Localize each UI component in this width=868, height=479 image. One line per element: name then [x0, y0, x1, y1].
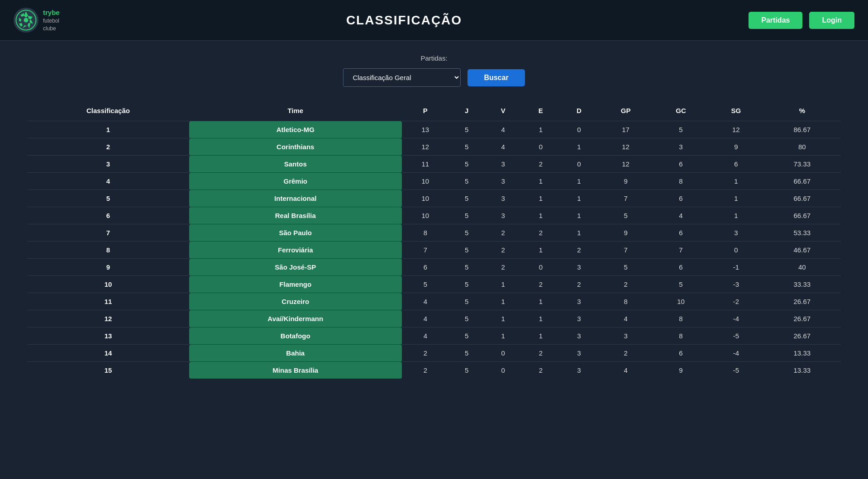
- stat-cell: 33.33: [763, 276, 841, 293]
- stat-cell: 6: [27, 207, 189, 224]
- login-button[interactable]: Login: [809, 12, 854, 29]
- stat-cell: 4: [27, 173, 189, 190]
- table-row: 3Santos115320126673.33: [27, 156, 841, 173]
- stat-cell: 10: [402, 207, 449, 224]
- stat-cell: 2: [522, 156, 559, 173]
- stat-cell: 26.67: [763, 327, 841, 345]
- stat-cell: 4: [484, 138, 522, 156]
- team-name-cell: Real Brasília: [189, 207, 402, 224]
- table-row: 6Real Brasília10531154166.67: [27, 207, 841, 224]
- stat-cell: 1: [559, 138, 598, 156]
- table-container: Classificação Time P J V E D GP GC SG % …: [0, 96, 868, 397]
- stat-cell: 1: [522, 121, 559, 138]
- stat-cell: 8: [27, 242, 189, 259]
- col-gp: GP: [598, 100, 653, 121]
- stat-cell: 2: [484, 224, 522, 242]
- buscar-button[interactable]: Buscar: [467, 69, 525, 86]
- stat-cell: 3: [559, 345, 598, 362]
- stat-cell: 10: [402, 190, 449, 207]
- col-p: P: [402, 100, 449, 121]
- stat-cell: 5: [449, 121, 484, 138]
- stat-cell: 4: [402, 310, 449, 327]
- stat-cell: 5: [27, 190, 189, 207]
- stat-cell: 6: [653, 190, 709, 207]
- stat-cell: 3: [559, 293, 598, 310]
- stat-cell: 1: [522, 242, 559, 259]
- col-d: D: [559, 100, 598, 121]
- team-name-cell: Grêmio: [189, 173, 402, 190]
- stat-cell: 3: [484, 207, 522, 224]
- stat-cell: 5: [598, 207, 653, 224]
- stat-cell: 7: [598, 242, 653, 259]
- stat-cell: 6: [653, 345, 709, 362]
- stat-cell: 12: [598, 138, 653, 156]
- stat-cell: 7: [598, 190, 653, 207]
- stat-cell: 7: [27, 224, 189, 242]
- stat-cell: 2: [484, 259, 522, 276]
- stat-cell: 5: [449, 156, 484, 173]
- filter-label: Partidas:: [420, 54, 447, 62]
- stat-cell: 3: [484, 190, 522, 207]
- stat-cell: 12: [402, 138, 449, 156]
- logo-icon: [14, 8, 38, 33]
- stat-cell: 1: [709, 190, 763, 207]
- stat-cell: 13: [27, 327, 189, 345]
- stat-cell: 2: [484, 242, 522, 259]
- stat-cell: 3: [559, 362, 598, 379]
- page-title: CLASSIFICAÇÃO: [346, 13, 462, 28]
- table-row: 15Minas Brasília2502349-513.33: [27, 362, 841, 379]
- stat-cell: 10: [27, 276, 189, 293]
- stat-cell: 6: [653, 259, 709, 276]
- stat-cell: 13.33: [763, 362, 841, 379]
- stat-cell: 14: [27, 345, 189, 362]
- stat-cell: -5: [709, 327, 763, 345]
- stat-cell: 46.67: [763, 242, 841, 259]
- stat-cell: 3: [484, 156, 522, 173]
- stat-cell: 0: [522, 259, 559, 276]
- stat-cell: 26.67: [763, 293, 841, 310]
- stat-cell: 5: [449, 138, 484, 156]
- stat-cell: 6: [402, 259, 449, 276]
- stat-cell: 4: [598, 362, 653, 379]
- team-name-cell: São José-SP: [189, 259, 402, 276]
- stat-cell: 9: [598, 173, 653, 190]
- stat-cell: 5: [449, 173, 484, 190]
- stat-cell: 1: [559, 190, 598, 207]
- partidas-button[interactable]: Partidas: [749, 12, 802, 29]
- team-name-cell: Botafogo: [189, 327, 402, 345]
- team-name-cell: Flamengo: [189, 276, 402, 293]
- stat-cell: 12: [598, 156, 653, 173]
- stat-cell: 1: [522, 173, 559, 190]
- stat-cell: 10: [402, 173, 449, 190]
- stat-cell: 2: [598, 345, 653, 362]
- stat-cell: 2: [402, 345, 449, 362]
- stat-cell: 8: [653, 327, 709, 345]
- stat-cell: 73.33: [763, 156, 841, 173]
- stat-cell: 3: [27, 156, 189, 173]
- team-name-cell: Internacional: [189, 190, 402, 207]
- stat-cell: 11: [27, 293, 189, 310]
- stat-cell: 2: [559, 242, 598, 259]
- logo-text: trybe futebol clube: [43, 8, 60, 33]
- table-row: 13Botafogo4511338-526.67: [27, 327, 841, 345]
- stat-cell: 1: [559, 224, 598, 242]
- stat-cell: 2: [402, 362, 449, 379]
- stat-cell: 0: [559, 121, 598, 138]
- partidas-select[interactable]: Classificação Geral: [343, 68, 461, 87]
- table-row: 9São José-SP6520356-140: [27, 259, 841, 276]
- stat-cell: 5: [449, 259, 484, 276]
- stat-cell: 26.67: [763, 310, 841, 327]
- header: trybe futebol clube CLASSIFICAÇÃO Partid…: [0, 0, 868, 41]
- stat-cell: 9: [598, 224, 653, 242]
- stat-cell: 40: [763, 259, 841, 276]
- stat-cell: 6: [653, 224, 709, 242]
- stat-cell: 2: [598, 276, 653, 293]
- stat-cell: 4: [402, 327, 449, 345]
- col-gc: GC: [653, 100, 709, 121]
- stat-cell: 6: [709, 156, 763, 173]
- stat-cell: 1: [709, 207, 763, 224]
- stat-cell: 5: [449, 327, 484, 345]
- stat-cell: 4: [598, 310, 653, 327]
- stat-cell: 1: [27, 121, 189, 138]
- stat-cell: 11: [402, 156, 449, 173]
